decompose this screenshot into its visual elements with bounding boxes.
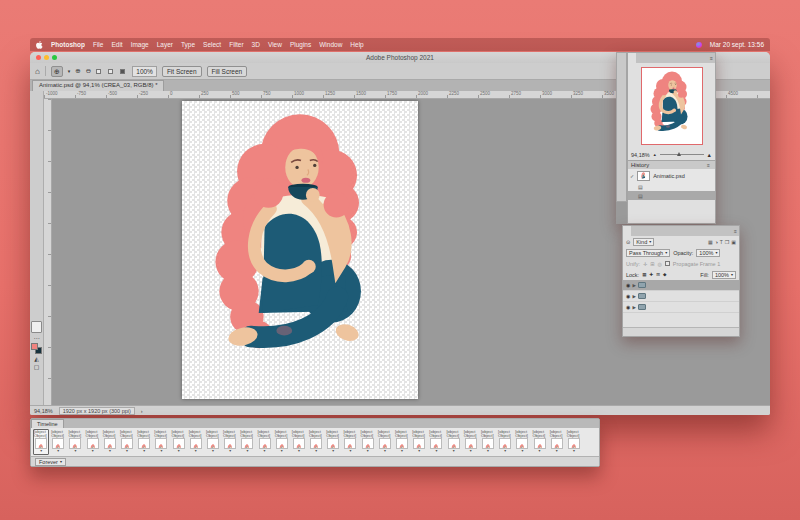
- filter-kind-dropdown[interactable]: Kind▾: [633, 238, 654, 246]
- frame-thumbnail[interactable]: [551, 438, 563, 449]
- frame-delay-dropdown[interactable]: ▾: [212, 449, 214, 454]
- propagate-checkbox[interactable]: [665, 261, 670, 266]
- history-snapshot-row[interactable]: ✓ Animatic.psd: [628, 169, 715, 182]
- checkbox-icon[interactable]: [96, 69, 101, 74]
- lock-icon[interactable]: ▦: [642, 272, 646, 277]
- animation-frame[interactable]: [object Object] ▾: [428, 429, 444, 455]
- zoom-in-icon[interactable]: ⊕: [75, 67, 80, 75]
- frame-delay-dropdown[interactable]: ▾: [435, 449, 437, 454]
- frame-delay-dropdown[interactable]: ▾: [332, 449, 334, 454]
- menu-item[interactable]: Filter: [229, 41, 243, 48]
- menu-item[interactable]: Help: [350, 41, 363, 48]
- animation-frame[interactable]: [object Object] ▾: [342, 429, 358, 455]
- vertical-ruler[interactable]: [44, 99, 52, 405]
- zoom-in-mountain-icon[interactable]: ▲: [707, 152, 712, 158]
- layer-visibility-eye-icon[interactable]: ◉: [626, 304, 630, 310]
- history-state-row[interactable]: ▤: [628, 182, 715, 191]
- animation-frame[interactable]: [object Object] ▾: [239, 429, 255, 455]
- navigator-proxy-view[interactable]: [641, 67, 703, 145]
- frame-thumbnail[interactable]: [379, 438, 391, 449]
- frame-thumbnail[interactable]: [121, 438, 133, 449]
- screen-mode-icon[interactable]: ▢: [34, 363, 40, 370]
- animation-frame[interactable]: [object Object] ▾: [463, 429, 479, 455]
- group-expand-caret-icon[interactable]: ▶: [632, 305, 635, 310]
- unify-icon[interactable]: ✛: [643, 261, 647, 267]
- group-expand-caret-icon[interactable]: ▶: [632, 283, 635, 288]
- menu-item[interactable]: File: [93, 41, 103, 48]
- frame-thumbnail[interactable]: [413, 438, 425, 449]
- filter-type-icon[interactable]: ▦: [708, 239, 713, 245]
- menu-item[interactable]: Layer: [157, 41, 173, 48]
- frame-delay-dropdown[interactable]: ▾: [195, 449, 197, 454]
- history-brush-source-icon[interactable]: ✓: [630, 173, 634, 179]
- frame-delay-dropdown[interactable]: ▾: [453, 449, 455, 454]
- frame-delay-dropdown[interactable]: ▾: [160, 449, 162, 454]
- frame-thumbnail[interactable]: [35, 438, 47, 449]
- frame-thumbnail[interactable]: [173, 438, 185, 449]
- frame-delay-dropdown[interactable]: ▾: [57, 449, 59, 454]
- frame-thumbnail[interactable]: [499, 438, 511, 449]
- snapshot-thumbnail[interactable]: [637, 171, 650, 181]
- siri-icon[interactable]: [696, 42, 702, 48]
- panel-tab[interactable]: [636, 53, 644, 63]
- frame-delay-dropdown[interactable]: ▾: [350, 449, 352, 454]
- apple-logo-icon[interactable]: [36, 41, 43, 49]
- navigator-zoom-slider[interactable]: [660, 154, 704, 155]
- frame-delay-dropdown[interactable]: ▾: [418, 449, 420, 454]
- frame-thumbnail[interactable]: [293, 438, 305, 449]
- animation-frame[interactable]: [object Object] ▾: [205, 429, 221, 455]
- animation-frame[interactable]: [object Object] ▾: [136, 429, 152, 455]
- menu-item[interactable]: Select: [203, 41, 221, 48]
- frame-thumbnail[interactable]: [190, 438, 202, 449]
- zoom-tool-option-icon[interactable]: ⊕: [51, 66, 63, 77]
- animation-frame[interactable]: [object Object] ▾: [188, 429, 204, 455]
- animation-frame[interactable]: [object Object] ▾: [308, 429, 324, 455]
- frame-delay-dropdown[interactable]: ▾: [556, 449, 558, 454]
- filter-type-icon[interactable]: T: [720, 239, 723, 245]
- frame-thumbnail[interactable]: [327, 438, 339, 449]
- filter-type-icon[interactable]: ❐: [725, 239, 729, 245]
- fill-screen-button[interactable]: Fill Screen: [207, 66, 248, 77]
- frame-delay-dropdown[interactable]: ▾: [40, 449, 42, 454]
- artboard[interactable]: [182, 101, 418, 399]
- zoom-out-mountain-icon[interactable]: ▲: [653, 152, 657, 157]
- frame-delay-dropdown[interactable]: ▾: [573, 449, 575, 454]
- animation-frame[interactable]: [object Object] ▾: [85, 429, 101, 455]
- frame-thumbnail[interactable]: [138, 438, 150, 449]
- lock-icon[interactable]: ✚: [649, 272, 653, 277]
- animation-frame[interactable]: [object Object] ▾: [514, 429, 530, 455]
- layer-row[interactable]: ◉ ▶: [623, 302, 739, 313]
- quick-mask-icon[interactable]: ◭: [34, 355, 39, 362]
- fit-screen-button[interactable]: Fit Screen: [162, 66, 202, 77]
- frame-thumbnail[interactable]: [516, 438, 528, 449]
- animation-frame[interactable]: [object Object] ▾: [67, 429, 83, 455]
- animation-frame[interactable]: [object Object] ▾: [531, 429, 547, 455]
- filter-search-icon[interactable]: ⊙: [626, 239, 630, 245]
- frame-delay-dropdown[interactable]: ▾: [178, 449, 180, 454]
- panel-menu-icon[interactable]: ≡: [734, 226, 739, 236]
- panel-menu-icon[interactable]: ≡: [710, 53, 715, 63]
- unify-icon[interactable]: ◎: [657, 261, 661, 267]
- animation-frame[interactable]: [object Object] ▾: [446, 429, 462, 455]
- filter-type-icon[interactable]: ◑: [715, 239, 718, 245]
- frame-thumbnail[interactable]: [87, 438, 99, 449]
- loop-count-dropdown[interactable]: Forever▾: [35, 458, 66, 466]
- frame-thumbnail[interactable]: [104, 438, 116, 449]
- menu-item[interactable]: Photoshop: [51, 41, 85, 48]
- layer-visibility-eye-icon[interactable]: ◉: [626, 282, 630, 288]
- frame-delay-dropdown[interactable]: ▾: [315, 449, 317, 454]
- menu-item[interactable]: View: [268, 41, 282, 48]
- frame-thumbnail[interactable]: [362, 438, 374, 449]
- frame-thumbnail[interactable]: [52, 438, 64, 449]
- frame-delay-dropdown[interactable]: ▾: [384, 449, 386, 454]
- animation-frame[interactable]: [object Object] ▾: [411, 429, 427, 455]
- animation-frame[interactable]: [object Object] ▾: [497, 429, 513, 455]
- menu-clock[interactable]: Mar 20 sept. 13:56: [710, 41, 764, 48]
- foreground-color-swatch[interactable]: [31, 343, 38, 350]
- timeline-tab[interactable]: Timeline: [31, 419, 64, 428]
- frame-delay-dropdown[interactable]: ▾: [92, 449, 94, 454]
- frame-delay-dropdown[interactable]: ▾: [401, 449, 403, 454]
- frame-thumbnail[interactable]: [207, 438, 219, 449]
- frame-delay-dropdown[interactable]: ▾: [539, 449, 541, 454]
- unify-icon[interactable]: ⊞: [650, 261, 654, 267]
